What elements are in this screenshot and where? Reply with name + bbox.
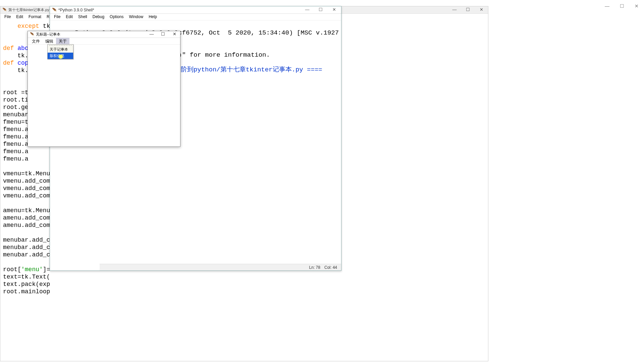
menu-window[interactable]: Window	[126, 14, 146, 20]
close-icon[interactable]: ✕	[477, 7, 486, 12]
close-icon[interactable]: ✕	[329, 7, 339, 12]
status-line: Ln: 78	[309, 265, 320, 270]
status-col: Col: 44	[324, 265, 337, 270]
code-line: root.mainloop	[3, 288, 485, 295]
dropdown-item-about-notepad[interactable]: 关于记事本	[48, 46, 73, 53]
maximize-icon[interactable]: ☐	[316, 7, 326, 12]
shell-title: *Python 3.9.0 Shell*	[58, 8, 94, 12]
menu-file[interactable]: File	[51, 14, 63, 20]
code-line: text=tk.Text(	[3, 273, 485, 281]
menu-format[interactable]: Format	[26, 14, 44, 20]
python-icon: 🪶	[30, 32, 35, 37]
notepad-textarea[interactable]	[28, 45, 180, 146]
about-dropdown: 关于记事本 版权信息	[47, 44, 73, 59]
python-icon: 🪶	[2, 8, 7, 12]
shell-statusbar: Ln: 78 Col: 44	[100, 264, 341, 270]
code-line: text.pack(exp	[3, 281, 485, 288]
desktop: — ☐ ✕ — ☐ ✕ 🪶 第十七章tkinter记事本.py - ... Fi…	[0, 0, 644, 362]
maximize-icon[interactable]: ☐	[617, 3, 627, 9]
minimize-icon[interactable]: —	[602, 3, 612, 9]
editor-title: 第十七章tkinter记事本.py - ...	[8, 7, 56, 12]
menu-edit[interactable]: Edit	[13, 14, 26, 20]
close-icon[interactable]: ✕	[632, 3, 641, 9]
menu-edit[interactable]: 编辑	[43, 38, 56, 44]
notepad-window-controls: — ☐ ✕	[147, 32, 179, 37]
maximize-icon[interactable]: ☐	[463, 7, 473, 12]
dropdown-item-copyright[interactable]: 版权信息	[48, 53, 73, 59]
minimize-icon[interactable]: —	[302, 7, 312, 12]
shell-titlebar: 🪶 *Python 3.9.0 Shell*	[50, 6, 341, 14]
menu-shell[interactable]: Shell	[75, 14, 90, 20]
menu-file[interactable]: 文件	[29, 38, 43, 44]
shell-menubar: File Edit Shell Debug Options Window Hel…	[50, 14, 341, 20]
notepad-title: 无标题--记事本	[36, 32, 60, 37]
menu-edit[interactable]: Edit	[63, 14, 75, 20]
menu-options[interactable]: Options	[107, 14, 126, 20]
editor-window-controls: — ☐ ✕	[450, 7, 486, 12]
shell-window-controls: — ☐ ✕	[302, 7, 339, 12]
notepad-menubar: 文件 编辑 关于	[28, 38, 180, 45]
minimize-icon[interactable]: —	[147, 32, 156, 37]
maximize-icon[interactable]: ☐	[159, 32, 167, 37]
menu-debug[interactable]: Debug	[90, 14, 107, 20]
menu-file[interactable]: File	[2, 14, 13, 20]
menu-help[interactable]: Help	[146, 14, 160, 20]
menu-about[interactable]: 关于	[56, 38, 69, 44]
shell-restart-line: ch进阶到python/第十七章tkinter记事本.py ====	[167, 66, 322, 73]
python-icon: 🪶	[52, 8, 57, 12]
separator	[49, 45, 72, 46]
outer-window-controls: — ☐ ✕	[602, 3, 641, 9]
close-icon[interactable]: ✕	[170, 32, 179, 37]
minimize-icon[interactable]: —	[450, 7, 459, 12]
